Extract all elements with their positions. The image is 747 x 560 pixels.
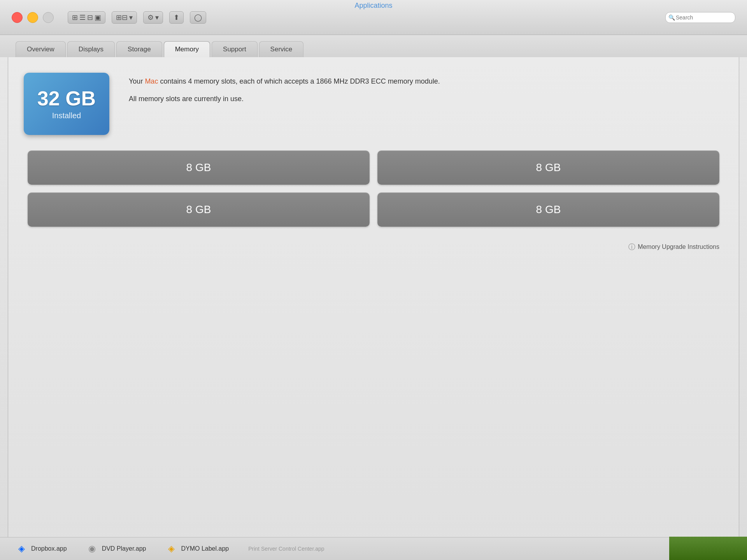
tab-overview[interactable]: Overview xyxy=(16,41,66,57)
arrange-chevron-icon[interactable]: ▾ xyxy=(129,14,133,21)
share-icon[interactable]: ⬆ xyxy=(174,14,179,21)
memory-slot-4: 8 GB xyxy=(377,192,719,227)
upgrade-link-label: Memory Upgrade Instructions xyxy=(638,243,719,250)
action-group[interactable]: ⚙ ▾ xyxy=(143,11,163,24)
memory-description: Your Mac contains 4 memory slots, each o… xyxy=(129,73,723,111)
upgrade-link-row: ⓘ Memory Upgrade Instructions xyxy=(24,242,723,252)
print-server-label: Print Server Control Center.app xyxy=(248,546,324,552)
main-content: Overview Displays Storage Memory Support… xyxy=(0,35,747,548)
memory-content-panel: 32 GB Installed Your Mac contains 4 memo… xyxy=(8,57,739,548)
info-circle-icon: ⓘ xyxy=(628,242,635,252)
dropbox-icon: ◈ xyxy=(16,543,27,555)
memory-upgrade-link[interactable]: ⓘ Memory Upgrade Instructions xyxy=(628,242,719,252)
tag-icon[interactable]: ◯ xyxy=(194,14,202,21)
breadcrumb: Applications xyxy=(354,2,392,10)
dvd-icon: ◉ xyxy=(86,543,98,555)
tab-support[interactable]: Support xyxy=(212,41,258,57)
print-server-item[interactable]: Print Server Control Center.app xyxy=(248,546,324,552)
memory-status-text: All memory slots are currently in use. xyxy=(129,93,723,105)
column-view-icon[interactable]: ⊟ xyxy=(87,14,93,21)
memory-size: 32 GB xyxy=(37,88,96,110)
memory-desc-text: Your Mac contains 4 memory slots, each o… xyxy=(129,76,723,87)
icon-view-icon[interactable]: ⊞ xyxy=(72,14,78,21)
coverflow-view-icon[interactable]: ▣ xyxy=(95,14,101,21)
grass-background xyxy=(669,537,747,560)
memory-slots-grid: 8 GB 8 GB 8 GB 8 GB xyxy=(24,150,723,227)
memory-badge: 32 GB Installed xyxy=(24,73,109,135)
window-controls xyxy=(12,12,54,23)
memory-installed-label: Installed xyxy=(52,111,81,120)
dvd-item[interactable]: ◉ DVD Player.app xyxy=(86,543,146,555)
search-input[interactable] xyxy=(665,12,735,23)
dropbox-item[interactable]: ◈ Dropbox.app xyxy=(16,543,67,555)
tab-memory[interactable]: Memory xyxy=(164,41,210,57)
memory-slot-2: 8 GB xyxy=(377,150,719,185)
list-view-icon[interactable]: ☰ xyxy=(79,14,86,21)
dvd-label: DVD Player.app xyxy=(102,545,146,552)
minimize-button[interactable] xyxy=(27,12,38,23)
share-group[interactable]: ⬆ xyxy=(169,11,184,24)
tab-bar: Overview Displays Storage Memory Support… xyxy=(0,35,747,57)
dymo-label: DYMO Label.app xyxy=(181,545,229,552)
memory-top-row: 32 GB Installed Your Mac contains 4 memo… xyxy=(24,73,723,135)
arrange-icon[interactable]: ⊞⊟ xyxy=(116,14,128,21)
search-icon: 🔍 xyxy=(668,14,675,21)
finder-toolbar: ⊞ ☰ ⊟ ▣ ⊞⊟ ▾ ⚙ ▾ ⬆ ◯ Applications 🔍 xyxy=(0,0,747,35)
tag-group[interactable]: ◯ xyxy=(190,11,206,24)
zoom-button[interactable] xyxy=(43,12,54,23)
dropbox-label: Dropbox.app xyxy=(31,545,67,552)
tab-service[interactable]: Service xyxy=(259,41,304,57)
memory-slot-3: 8 GB xyxy=(28,192,370,227)
view-icons-group[interactable]: ⊞ ☰ ⊟ ▣ xyxy=(68,11,105,24)
memory-slot-1: 8 GB xyxy=(28,150,370,185)
gear-icon[interactable]: ⚙ xyxy=(147,14,154,21)
tab-storage[interactable]: Storage xyxy=(116,41,162,57)
finder-bottom-bar: ◈ Dropbox.app ◉ DVD Player.app ◈ DYMO La… xyxy=(0,537,747,560)
dymo-item[interactable]: ◈ DYMO Label.app xyxy=(165,543,229,555)
close-button[interactable] xyxy=(12,12,23,23)
tab-displays[interactable]: Displays xyxy=(67,41,115,57)
sysinfo-panel: Overview Displays Storage Memory Support… xyxy=(0,35,747,548)
mac-highlight: Mac xyxy=(145,77,158,85)
dymo-icon: ◈ xyxy=(165,543,177,555)
action-chevron-icon[interactable]: ▾ xyxy=(155,14,159,21)
search-wrapper: 🔍 xyxy=(665,12,735,23)
arrange-group[interactable]: ⊞⊟ ▾ xyxy=(112,11,137,24)
